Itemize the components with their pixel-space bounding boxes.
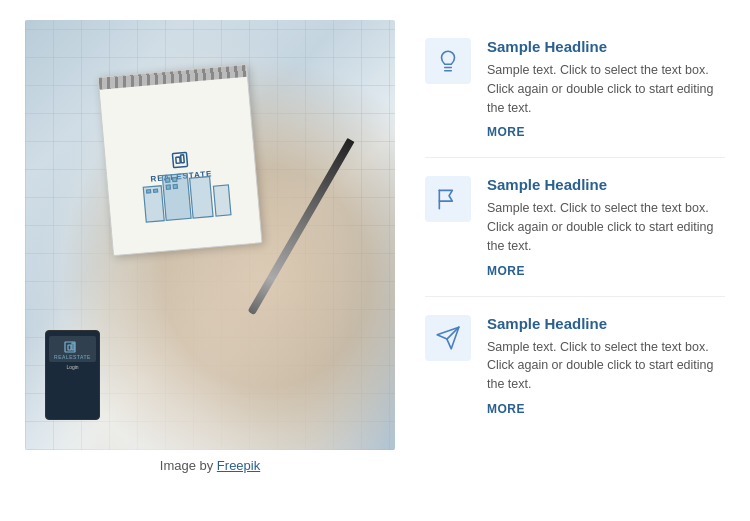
flag-icon bbox=[435, 186, 461, 212]
svg-rect-2 bbox=[181, 154, 185, 162]
svg-rect-8 bbox=[153, 189, 157, 192]
send-icon bbox=[435, 325, 461, 351]
feature-item-3: Sample Headline Sample text. Click to se… bbox=[425, 297, 725, 434]
feature-more-2[interactable]: MORE bbox=[487, 264, 725, 278]
feature-icon-lightbulb bbox=[425, 38, 471, 84]
buildings-sketch bbox=[132, 157, 267, 228]
feature-text-2: Sample Headline Sample text. Click to se… bbox=[487, 176, 725, 277]
feature-body-2: Sample text. Click to select the text bo… bbox=[487, 199, 725, 255]
feature-body-1: Sample text. Click to select the text bo… bbox=[487, 61, 725, 117]
svg-rect-14 bbox=[68, 345, 71, 350]
svg-rect-12 bbox=[173, 184, 177, 188]
phone-logo-text: REALESTATE bbox=[54, 354, 91, 360]
feature-icon-flag bbox=[425, 176, 471, 222]
feature-icon-send bbox=[425, 315, 471, 361]
svg-rect-9 bbox=[166, 178, 170, 182]
feature-item-1: Sample Headline Sample text. Click to se… bbox=[425, 20, 725, 158]
phone-overlay: REALESTATE Login bbox=[45, 330, 100, 420]
feature-headline-1: Sample Headline bbox=[487, 38, 725, 55]
svg-rect-10 bbox=[173, 177, 177, 181]
feature-text-3: Sample Headline Sample text. Click to se… bbox=[487, 315, 725, 416]
phone-screen-text: Login bbox=[66, 364, 78, 370]
svg-rect-11 bbox=[166, 185, 170, 189]
feature-item-2: Sample Headline Sample text. Click to se… bbox=[425, 158, 725, 296]
feature-text-1: Sample Headline Sample text. Click to se… bbox=[487, 38, 725, 139]
feature-headline-2: Sample Headline bbox=[487, 176, 725, 193]
lightbulb-icon bbox=[435, 48, 461, 74]
feature-headline-3: Sample Headline bbox=[487, 315, 725, 332]
svg-rect-1 bbox=[176, 157, 181, 163]
notebook: REALESTATE bbox=[97, 64, 262, 256]
feature-more-3[interactable]: MORE bbox=[487, 402, 725, 416]
svg-rect-5 bbox=[190, 176, 213, 218]
svg-rect-7 bbox=[146, 190, 150, 193]
image-caption: Image by Freepik bbox=[25, 458, 395, 473]
svg-rect-6 bbox=[213, 185, 231, 216]
main-content: REALESTATE bbox=[25, 20, 725, 473]
main-image: REALESTATE bbox=[25, 20, 395, 450]
caption-link[interactable]: Freepik bbox=[217, 458, 260, 473]
right-features: Sample Headline Sample text. Click to se… bbox=[425, 20, 725, 434]
feature-body-3: Sample text. Click to select the text bo… bbox=[487, 338, 725, 394]
left-image-block: REALESTATE bbox=[25, 20, 395, 473]
feature-more-1[interactable]: MORE bbox=[487, 125, 725, 139]
svg-rect-15 bbox=[72, 343, 74, 350]
caption-prefix: Image by bbox=[160, 458, 217, 473]
